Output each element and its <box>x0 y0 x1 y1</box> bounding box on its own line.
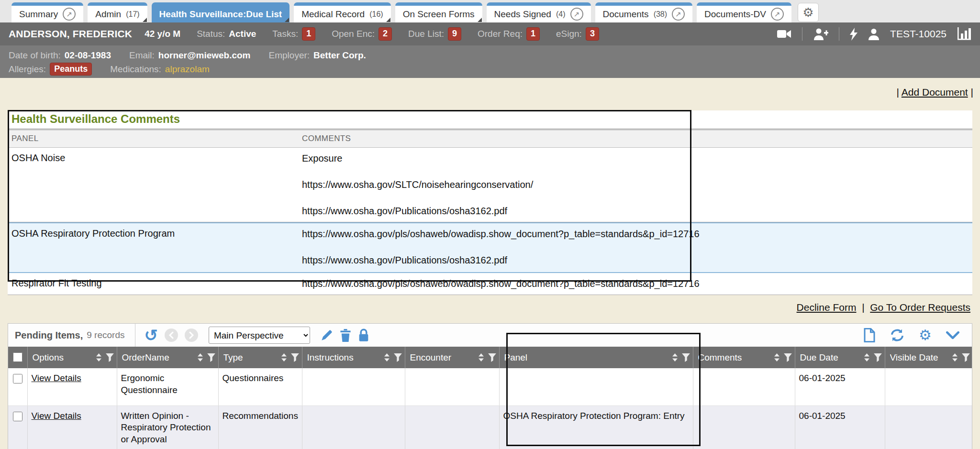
comments-row[interactable]: OSHA Noise Exposure https://www.osha.gov… <box>8 148 972 222</box>
tab-summary[interactable]: Summary ↗ <box>11 2 83 22</box>
add-document-link[interactable]: Add Document <box>902 87 968 98</box>
collapse-chevron-down-icon[interactable] <box>946 331 959 339</box>
allergies-label: Allergies: <box>9 64 46 75</box>
sort-icon[interactable] <box>197 353 203 361</box>
filter-icon[interactable] <box>207 353 215 362</box>
comment-line: https://www.osha.gov/Publications/osha31… <box>302 205 969 217</box>
comment-line: https://www.osha.gov/SLTC/noisehearingco… <box>302 179 969 191</box>
tab-bar: Summary ↗ Admin (17) Health Surveillance… <box>0 0 980 22</box>
column-header-comments[interactable]: Comments <box>693 347 795 368</box>
tab-documents-dv[interactable]: Documents-DV ↗ <box>697 2 791 22</box>
pending-items-table: Options OrderName Type Instructions Enco… <box>8 347 972 449</box>
due-list-count-badge[interactable]: 9 <box>448 27 461 41</box>
column-header-visible-date[interactable]: Visible Date <box>885 347 972 368</box>
tab-menu-corner-icon[interactable] <box>478 18 482 22</box>
health-surveillance-comments-section: Health Surveillance Comments PANEL COMME… <box>8 110 972 295</box>
panel-cell <box>499 368 693 405</box>
sort-icon[interactable] <box>384 353 390 361</box>
filter-icon[interactable] <box>291 353 299 362</box>
tab-menu-corner-icon[interactable] <box>143 18 147 22</box>
allergy-badge[interactable]: Peanuts <box>50 63 92 76</box>
filter-icon[interactable] <box>784 353 792 362</box>
open-enc-count-badge[interactable]: 2 <box>379 27 392 41</box>
column-header-type[interactable]: Type <box>218 347 302 368</box>
edit-pencil-icon[interactable] <box>321 329 333 341</box>
sort-icon[interactable] <box>96 353 102 361</box>
person-icon[interactable] <box>868 28 880 40</box>
column-header-encounter[interactable]: Encounter <box>405 347 499 368</box>
sort-icon[interactable] <box>281 353 287 361</box>
tab-label: Admin <box>95 9 121 20</box>
table-row[interactable]: View Details Written Opinion - Respirato… <box>8 405 972 449</box>
esign-count-badge[interactable]: 3 <box>586 27 599 41</box>
add-person-icon[interactable] <box>813 28 828 40</box>
refresh-icon[interactable] <box>890 329 904 342</box>
tab-documents[interactable]: Documents (38) ↗ <box>595 2 693 22</box>
row-checkbox[interactable] <box>13 412 22 421</box>
go-to-order-requests-link[interactable]: Go To Order Requests <box>870 302 970 313</box>
bar-chart-icon[interactable] <box>957 27 971 41</box>
tab-on-screen-forms[interactable]: On Screen Forms <box>395 2 482 22</box>
tasks-count-badge[interactable]: 1 <box>302 27 315 41</box>
lightning-icon[interactable] <box>850 28 858 41</box>
tab-menu-corner-icon[interactable] <box>386 18 390 22</box>
instructions-cell <box>302 368 405 405</box>
sort-icon[interactable] <box>952 353 958 361</box>
comments-row[interactable]: Respirator Fit Testing https://www.osha.… <box>8 273 972 295</box>
comments-cell <box>693 368 795 405</box>
column-header-options[interactable]: Options <box>27 347 117 368</box>
new-document-icon[interactable] <box>863 328 876 342</box>
pipe: | <box>971 87 973 98</box>
order-req-count-badge[interactable]: 1 <box>526 27 540 41</box>
lock-icon[interactable] <box>358 329 369 342</box>
sort-icon[interactable] <box>672 353 678 361</box>
records-count: 9 records <box>87 330 124 340</box>
user-id[interactable]: TEST-10025 <box>890 28 947 40</box>
open-enc-label: Open Enc: <box>332 29 375 39</box>
open-in-new-icon[interactable]: ↗ <box>672 8 685 21</box>
video-camera-icon[interactable] <box>777 29 791 39</box>
filter-icon[interactable] <box>682 353 690 362</box>
column-header-due-date[interactable]: Due Date <box>795 347 885 368</box>
next-page-icon[interactable] <box>185 329 198 342</box>
section-title: Health Surveillance Comments <box>8 110 972 130</box>
table-header-row: Options OrderName Type Instructions Enco… <box>8 347 972 368</box>
table-row[interactable]: View Details Ergonomic Questionnaire Que… <box>8 368 972 405</box>
form-links-line: Decline Form | Go To Order Requests <box>0 295 980 316</box>
open-in-new-icon[interactable]: ↗ <box>63 8 76 21</box>
open-in-new-icon[interactable]: ↗ <box>771 8 784 21</box>
comments-row-highlighted[interactable]: OSHA Respiratory Protection Program http… <box>8 222 972 273</box>
tab-menu-corner-icon[interactable] <box>285 18 289 22</box>
view-details-link[interactable]: View Details <box>32 411 81 421</box>
sort-icon[interactable] <box>774 353 780 361</box>
filter-icon[interactable] <box>962 353 970 362</box>
perspective-select[interactable]: Main Perspective <box>209 327 310 344</box>
column-header-ordername[interactable]: OrderName <box>117 347 218 368</box>
delete-trash-icon[interactable] <box>340 329 351 342</box>
tab-admin[interactable]: Admin (17) <box>88 2 147 22</box>
filter-icon[interactable] <box>874 353 882 362</box>
column-header-panel[interactable]: Panel <box>499 347 693 368</box>
medication-value[interactable]: alprazolam <box>165 64 210 75</box>
pipe: | <box>897 87 899 98</box>
tab-settings-button[interactable]: ⚙ <box>798 3 819 22</box>
prev-page-icon[interactable] <box>165 329 178 342</box>
filter-icon[interactable] <box>394 353 402 362</box>
tab-health-surveillance-due-list[interactable]: Health Surveillance:Due List <box>152 2 290 22</box>
tab-needs-signed[interactable]: Needs Signed (4) ↗ <box>487 2 591 22</box>
column-header-instructions[interactable]: Instructions <box>302 347 405 368</box>
undo-icon[interactable]: ↺ <box>144 327 158 343</box>
filter-icon[interactable] <box>488 353 496 362</box>
tab-label: Needs Signed <box>494 9 551 20</box>
open-in-new-icon[interactable]: ↗ <box>570 8 583 21</box>
sort-icon[interactable] <box>864 353 870 361</box>
row-checkbox[interactable] <box>13 374 22 383</box>
decline-form-link[interactable]: Decline Form <box>797 302 857 313</box>
view-details-link[interactable]: View Details <box>32 373 81 383</box>
tab-medical-record[interactable]: Medical Record (16) <box>294 2 390 22</box>
filter-icon[interactable] <box>106 353 114 362</box>
sort-icon[interactable] <box>478 353 484 361</box>
settings-gear-icon[interactable]: ⚙ <box>919 328 932 342</box>
dob-label: Date of birth: <box>9 50 61 61</box>
select-all-checkbox[interactable] <box>13 352 22 362</box>
